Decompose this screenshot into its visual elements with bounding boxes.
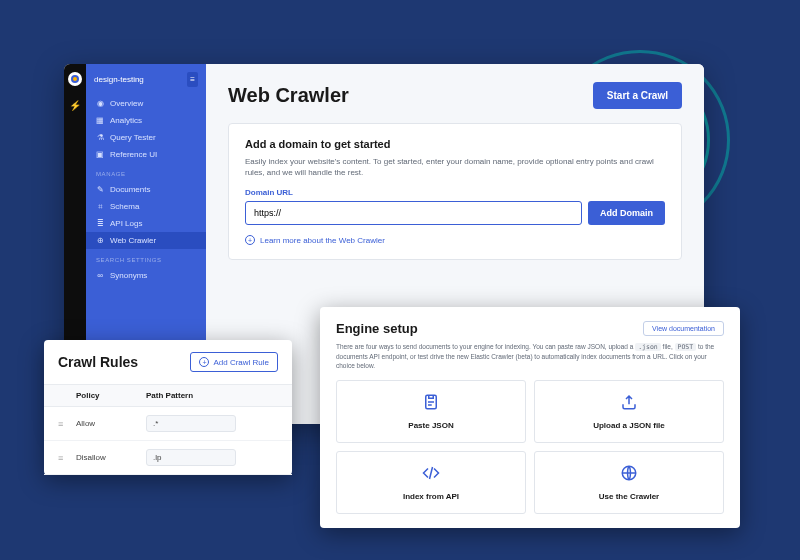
doc-icon: ✎ [96, 186, 104, 194]
sidebar-item-overview[interactable]: ◉Overview [86, 95, 206, 112]
drag-handle-icon[interactable]: ≡ [58, 419, 76, 429]
card-heading: Add a domain to get started [245, 138, 665, 150]
add-domain-button[interactable]: Add Domain [588, 201, 665, 225]
upload-icon [620, 393, 638, 415]
sidebar-item-schema[interactable]: ⌗Schema [86, 198, 206, 215]
start-crawl-button[interactable]: Start a Crawl [593, 82, 682, 109]
layout-icon: ▣ [96, 151, 104, 159]
learn-more-label: Learn more about the Web Crawler [260, 236, 385, 245]
tile-label: Use the Crawler [599, 492, 659, 501]
engine-description: There are four ways to send documents to… [336, 342, 724, 370]
domain-url-label: Domain URL [245, 188, 665, 197]
sidebar-item-synonyms[interactable]: ∞Synonyms [86, 267, 206, 284]
nav-item-label: Overview [110, 99, 143, 108]
col-pattern-header: Path Pattern [146, 391, 278, 400]
policy-cell: Allow [76, 419, 146, 428]
nav-section-label: SEARCH SETTINGS [86, 249, 206, 267]
domain-url-input[interactable] [245, 201, 582, 225]
nav-item-label: Analytics [110, 116, 142, 125]
tile-label: Index from API [403, 492, 459, 501]
sidebar-item-web-crawler[interactable]: ⊕Web Crawler [86, 232, 206, 249]
engine-tile-upload-a-json-file[interactable]: Upload a JSON file [534, 380, 724, 443]
plus-circle-icon: + [245, 235, 255, 245]
rules-table: Policy Path Pattern ≡Allow.*≡Disallow.lp [44, 384, 292, 475]
engine-heading: Engine setup [336, 321, 418, 336]
add-domain-card: Add a domain to get started Easily index… [228, 123, 682, 260]
tile-label: Upload a JSON file [593, 421, 665, 430]
link-icon: ∞ [96, 272, 104, 280]
sidebar-item-reference-ui[interactable]: ▣Reference UI [86, 146, 206, 163]
code-icon [422, 464, 440, 486]
view-documentation-button[interactable]: View documentation [643, 321, 724, 336]
rules-heading: Crawl Rules [58, 354, 138, 370]
sidebar-item-api-logs[interactable]: ≣API Logs [86, 215, 206, 232]
policy-cell: Disallow [76, 453, 146, 462]
sidebar-item-query-tester[interactable]: ⚗Query Tester [86, 129, 206, 146]
card-description: Easily index your website's content. To … [245, 156, 665, 178]
col-policy-header: Policy [76, 391, 146, 400]
globe-icon: ⊕ [96, 237, 104, 245]
paste-icon [422, 393, 440, 415]
eye-icon: ◉ [96, 100, 104, 108]
crawl-rules-panel: Crawl Rules + Add Crawl Rule Policy Path… [44, 340, 292, 475]
nav-item-label: API Logs [110, 219, 142, 228]
learn-more-link[interactable]: + Learn more about the Web Crawler [245, 235, 665, 245]
nav-item-label: Schema [110, 202, 139, 211]
globe-icon [620, 464, 638, 486]
plus-circle-icon: + [199, 357, 209, 367]
nav-item-label: Synonyms [110, 271, 147, 280]
sidebar-item-documents[interactable]: ✎Documents [86, 181, 206, 198]
nav-section-label: MANAGE [86, 163, 206, 181]
project-name: design-testing [94, 75, 144, 84]
flask-icon: ⚗ [96, 134, 104, 142]
nav-item-label: Query Tester [110, 133, 156, 142]
add-crawl-rule-button[interactable]: + Add Crawl Rule [190, 352, 278, 372]
logs-icon: ≣ [96, 220, 104, 228]
schema-icon: ⌗ [96, 203, 104, 211]
page-header: Web Crawler Start a Crawl [228, 82, 682, 109]
app-logo[interactable] [68, 72, 82, 86]
nav-item-label: Documents [110, 185, 150, 194]
add-rule-label: Add Crawl Rule [213, 358, 269, 367]
svg-point-1 [73, 77, 77, 81]
pattern-cell[interactable]: .lp [146, 449, 236, 466]
bars-icon: ▦ [96, 117, 104, 125]
table-row: ≡Disallow.lp [44, 441, 292, 475]
nav-item-label: Web Crawler [110, 236, 156, 245]
engine-setup-panel: Engine setup View documentation There ar… [320, 307, 740, 528]
page-title: Web Crawler [228, 84, 349, 107]
bolt-icon[interactable]: ⚡ [69, 100, 81, 111]
pattern-cell[interactable]: .* [146, 415, 236, 432]
nav-item-label: Reference UI [110, 150, 157, 159]
sidebar-header: design-testing ≡ [86, 72, 206, 95]
drag-handle-icon[interactable]: ≡ [58, 453, 76, 463]
engine-tile-index-from-api[interactable]: Index from API [336, 451, 526, 514]
sidebar-item-analytics[interactable]: ▦Analytics [86, 112, 206, 129]
tile-label: Paste JSON [408, 421, 453, 430]
hamburger-icon[interactable]: ≡ [187, 72, 198, 87]
engine-tile-use-the-crawler[interactable]: Use the Crawler [534, 451, 724, 514]
table-row: ≡Allow.* [44, 407, 292, 441]
engine-tile-paste-json[interactable]: Paste JSON [336, 380, 526, 443]
